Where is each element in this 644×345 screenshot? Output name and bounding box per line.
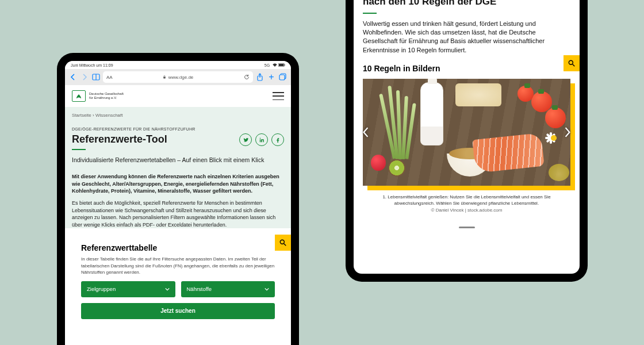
site-search-button[interactable] — [564, 55, 580, 71]
table-description: In dieser Tabelle finden Sie die auf Ihr… — [81, 256, 275, 275]
logo-text: Deutsche Gesellschaftfür Ernährung e.V. — [89, 92, 124, 100]
title-rule — [72, 149, 86, 150]
ios-status-bar: Juni Mittwoch um 11:09 5G — [65, 61, 291, 69]
table-heading: Referenzwerttabelle — [81, 243, 275, 252]
screen-right: 10 REGELN DER DGE Vollwertig essen und t… — [354, 0, 580, 274]
share-icons — [239, 133, 284, 146]
twitter-icon[interactable] — [239, 133, 252, 146]
svg-line-10 — [284, 244, 286, 246]
share-icon[interactable] — [255, 72, 264, 82]
search-button[interactable]: Jetzt suchen — [81, 303, 275, 319]
screen-left: Juni Mittwoch um 11:09 5G AA www.dge.de … — [65, 61, 291, 345]
breadcrumb[interactable]: Startseite › Wissenschaft — [72, 113, 284, 118]
logo-mark — [72, 90, 86, 102]
svg-rect-1 — [279, 63, 284, 66]
page-title: Referenzwerte-Tool — [72, 133, 167, 145]
site-search-button[interactable] — [275, 235, 291, 251]
facebook-icon[interactable] — [271, 133, 284, 146]
image-carousel — [363, 79, 570, 186]
intro-body: Es bietet auch die Möglichkeit, speziell… — [72, 200, 284, 228]
url-text: www.dge.de — [168, 75, 194, 80]
svg-line-12 — [573, 64, 575, 67]
new-tab-icon[interactable]: + — [267, 72, 276, 82]
site-header: Deutsche Gesellschaftfür Ernährung e.V. — [65, 85, 291, 107]
svg-point-9 — [280, 240, 284, 244]
page-content-left: Deutsche Gesellschaftfür Ernährung e.V. … — [65, 85, 291, 345]
linkedin-icon[interactable] — [255, 133, 268, 146]
select-zielgruppen[interactable]: Zielgruppen — [81, 281, 175, 297]
tabs-icon[interactable] — [278, 72, 288, 82]
status-datetime: Juni Mittwoch um 11:09 — [71, 63, 113, 67]
lock-icon — [163, 75, 166, 79]
intro-bold: Mit dieser Anwendung können die Referenz… — [72, 173, 284, 195]
logo[interactable]: Deutsche Gesellschaftfür Ernährung e.V. — [72, 90, 124, 102]
svg-rect-5 — [163, 76, 166, 78]
reload-icon[interactable] — [244, 74, 250, 80]
section-heading: 10 Regeln in Bildern — [354, 64, 580, 73]
forward-button[interactable] — [80, 72, 89, 82]
select-naehrstoffe[interactable]: Nährstoffe — [181, 281, 275, 297]
chevron-down-icon — [165, 287, 170, 292]
menu-icon[interactable] — [273, 92, 284, 100]
battery-icon — [278, 63, 285, 67]
reader-aa[interactable]: AA — [106, 75, 113, 80]
eyebrow: DGE/ÖGE-REFERENZWERTE FÜR DIE NÄHRSTOFFZ… — [72, 127, 284, 131]
carousel-image[interactable] — [363, 79, 570, 186]
bookmarks-icon[interactable] — [91, 72, 101, 82]
title-rule — [363, 13, 377, 14]
reference-table-card: Referenzwerttabelle In dieser Tabelle fi… — [72, 235, 284, 327]
svg-rect-8 — [279, 75, 285, 80]
safari-toolbar: AA www.dge.de + — [65, 69, 291, 85]
carousel-prev-icon[interactable] — [361, 127, 371, 137]
chevron-down-icon — [264, 287, 269, 292]
wifi-icon — [273, 63, 277, 67]
carousel-caption: 1. Lebensmittelvielfalt genießen: Nutzen… — [364, 194, 569, 206]
url-bar[interactable]: AA www.dge.de — [103, 71, 253, 83]
carousel-next-icon[interactable] — [562, 127, 573, 137]
tablet-left: Juni Mittwoch um 11:09 5G AA www.dge.de … — [57, 53, 299, 345]
subheading: Individualisierte Referenzwertetabellen … — [72, 156, 284, 164]
tablet-right: 10 REGELN DER DGE Vollwertig essen und t… — [346, 0, 588, 282]
back-button[interactable] — [68, 72, 78, 82]
page-title: Vollwertig essen und trinken nach den 10… — [363, 0, 520, 8]
home-indicator — [459, 227, 475, 228]
lead-paragraph: Vollwertig essen und trinken hält gesund… — [363, 20, 570, 55]
status-network: 5G — [264, 63, 285, 67]
svg-point-11 — [569, 60, 573, 64]
svg-rect-2 — [285, 64, 285, 66]
image-credit: © Daniel Vincek | stock.adobe.com — [354, 208, 580, 213]
